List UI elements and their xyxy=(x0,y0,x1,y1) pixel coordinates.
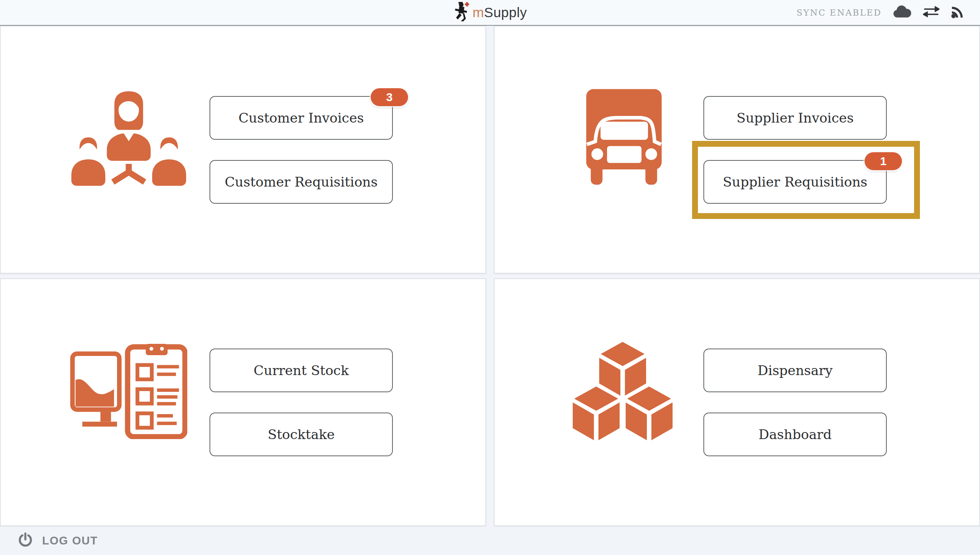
suppliers-button-stack: Supplier Invoices Supplier Requisitions … xyxy=(703,96,887,204)
cloud-icon xyxy=(893,5,912,20)
stocktake-label: Stocktake xyxy=(268,427,335,442)
stock-icon xyxy=(70,343,187,441)
supplier-requisitions-button[interactable]: Supplier Requisitions 1 xyxy=(703,160,887,204)
panel-dispensary: Dispensary Dashboard xyxy=(494,278,980,526)
panel-customers: Customer Invoices 3 Customer Requisition… xyxy=(0,26,486,274)
dashboard-label: Dashboard xyxy=(758,427,831,442)
sync-status-label: SYNC ENABLED xyxy=(797,8,882,18)
dispensary-label: Dispensary xyxy=(758,363,833,378)
customer-invoices-button[interactable]: Customer Invoices 3 xyxy=(209,96,393,140)
panel-suppliers: Supplier Invoices Supplier Requisitions … xyxy=(494,26,980,274)
app-title: mSupply xyxy=(472,5,527,20)
customer-requisitions-label: Customer Requisitions xyxy=(225,174,378,190)
dispensary-button[interactable]: Dispensary xyxy=(703,349,887,392)
current-stock-label: Current Stock xyxy=(254,363,349,378)
header: mSupply SYNC ENABLED xyxy=(0,0,980,26)
footer: LOG OUT xyxy=(0,526,980,555)
customer-invoices-label: Customer Invoices xyxy=(238,110,364,126)
logout-button[interactable]: LOG OUT xyxy=(18,532,98,549)
panel-stock: Current Stock Stocktake xyxy=(0,278,486,526)
cubes-icon xyxy=(570,342,676,442)
supplier-invoices-button[interactable]: Supplier Invoices xyxy=(703,96,887,140)
current-stock-button[interactable]: Current Stock xyxy=(209,349,393,392)
running-man-icon xyxy=(453,2,469,23)
power-icon xyxy=(18,532,33,549)
msupply-logo: mSupply xyxy=(453,2,527,23)
supplier-requisitions-label: Supplier Requisitions xyxy=(723,174,868,190)
customers-button-stack: Customer Invoices 3 Customer Requisition… xyxy=(209,96,393,204)
dispensary-button-stack: Dispensary Dashboard xyxy=(703,349,887,456)
stock-button-stack: Current Stock Stocktake xyxy=(209,349,393,456)
logout-label: LOG OUT xyxy=(42,534,98,547)
truck-icon xyxy=(577,80,668,199)
customers-icon xyxy=(68,91,189,187)
supplier-requisitions-badge: 1 xyxy=(865,152,902,170)
dashboard-button[interactable]: Dashboard xyxy=(703,413,887,456)
customer-invoices-badge: 3 xyxy=(371,88,408,106)
sync-status-area: SYNC ENABLED xyxy=(797,4,965,21)
main-grid: Customer Invoices 3 Customer Requisition… xyxy=(0,26,980,526)
supplier-invoices-label: Supplier Invoices xyxy=(737,110,854,126)
stocktake-button[interactable]: Stocktake xyxy=(209,413,393,456)
customer-requisitions-button[interactable]: Customer Requisitions xyxy=(209,160,393,204)
rss-icon xyxy=(950,4,965,21)
sync-arrows-icon xyxy=(923,5,939,20)
